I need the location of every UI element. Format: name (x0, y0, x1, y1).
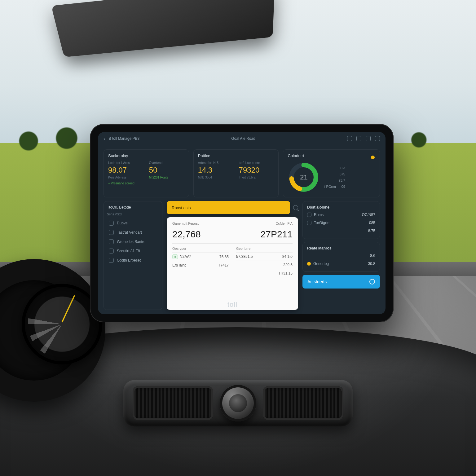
page-title: Goal Ale Road (231, 136, 255, 141)
sidebar-item-scout[interactable]: Scoutirt 81 F8 (107, 246, 159, 256)
breadcrumb[interactable]: B toll Manage PB3 (109, 136, 139, 141)
report-table-left: ●N2AA*76:65 Ers lalntT7417 (172, 252, 229, 269)
building-icon (109, 230, 114, 235)
toll-icon (307, 221, 311, 225)
summary-value-b: 50 (149, 166, 184, 174)
maros-row: Genortog30.8 (307, 260, 375, 268)
sidebar-item-expense[interactable]: Godtn Erpeset (107, 256, 159, 265)
card-icon[interactable] (356, 136, 361, 141)
pattice-value-a: 14.3 (198, 166, 233, 174)
wallet-icon (109, 258, 114, 263)
pattice-title: Pattice (198, 153, 274, 158)
status-badge: ● (172, 254, 178, 259)
report-total-b: 27P211 (261, 229, 293, 240)
sidebar: TtoOk. Betode Sens PS:d Dubve Tastrat Ve… (104, 201, 162, 310)
phone-icon (109, 221, 114, 226)
air-vent-right (263, 386, 343, 420)
summary-title: Suckerolay (108, 153, 184, 158)
dot-icon (307, 262, 311, 266)
report-header-right: Ccfden FiA (276, 222, 293, 225)
report-header-left: Ganentutt Fepost (172, 222, 199, 225)
primary-pill-button[interactable]: Roost osts (167, 201, 290, 214)
donut-card: Colodetrt 21 80.3 (283, 149, 380, 197)
battery-icon (109, 239, 114, 244)
air-vent-left (133, 386, 213, 420)
maros-panel: Reate Manros 8.6 Genortog30.8 (302, 242, 380, 272)
sidebar-title: TtoOk. Betode (107, 205, 159, 209)
donut-chart: 21 (288, 161, 320, 193)
summary-value-a: 98.07 (108, 166, 143, 174)
route-icon (307, 213, 311, 217)
sidebar-item-drive[interactable]: Dubve (107, 218, 159, 228)
report-card: Ganentutt Fepost Ccfden FiA 22,768 27P21… (167, 217, 298, 310)
gear-icon (109, 249, 114, 253)
plug-icon[interactable] (347, 136, 352, 141)
summary-card: Suckerolay Lodrl tor LAres 98.07 Kers Ad… (104, 149, 189, 197)
details-panel: Dost alolone RumsOC/N57 TorGtgrte085 8.7… (302, 201, 380, 239)
donut-legend: 80.3 375 23.7 f POnm09 (324, 166, 345, 188)
arrow-circle-icon (369, 279, 375, 284)
report-total-a: 22,768 (172, 229, 201, 240)
pattice-card: Pattice Artest fort N-5 14.3 M/IB 3584 t… (193, 149, 279, 197)
back-icon[interactable]: ‹ (104, 136, 105, 141)
search-icon[interactable] (293, 205, 298, 210)
detail-row[interactable]: 8.75 (307, 227, 375, 235)
status-dot-icon (371, 156, 375, 159)
detail-row[interactable]: RumsOC/N57 (307, 211, 375, 219)
cta-button[interactable]: Actstnerts (302, 275, 380, 289)
brand-logo: toll (227, 301, 237, 309)
climate-knob[interactable] (220, 385, 256, 421)
grid-icon[interactable] (375, 136, 380, 141)
detail-row[interactable]: TorGtgrte085 (307, 219, 375, 227)
top-bar: ‹ B toll Manage PB3 Goal Ale Road (98, 132, 386, 145)
sidebar-item-vendor[interactable]: Tastrat Vendart (107, 228, 159, 237)
maros-row: 8.6 (307, 252, 375, 260)
pattice-value-b: 79320 (239, 166, 274, 174)
sidebar-item-battery[interactable]: Wrohe les Santre (107, 237, 159, 246)
chat-icon[interactable] (366, 136, 371, 141)
donut-center-value: 21 (288, 161, 320, 193)
report-table-right: 57.3851.584 1t0 329.5 TR31.15 (236, 252, 293, 277)
donut-title: Colodetrt (288, 153, 304, 158)
infotainment-tablet: ‹ B toll Manage PB3 Goal Ale Road Sucker… (90, 124, 394, 322)
